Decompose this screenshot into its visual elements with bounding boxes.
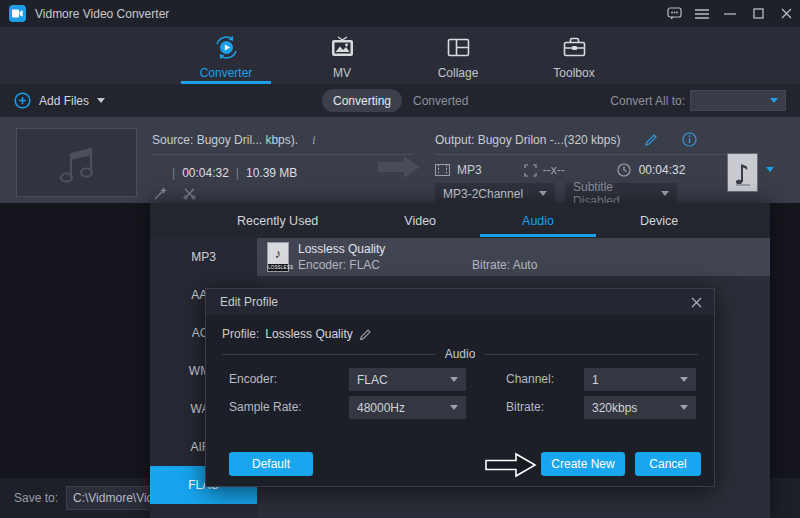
main-nav: Converter MV Collage: [0, 27, 800, 84]
audio-track-value: MP3-2Channel: [443, 187, 523, 201]
feedback-icon[interactable]: [666, 6, 682, 22]
converted-label: Converted: [413, 94, 468, 108]
converting-label: Converting: [333, 94, 391, 108]
audio-track-dropdown[interactable]: MP3-2Channel: [435, 183, 555, 204]
close-icon[interactable]: [778, 6, 794, 22]
format-film-icon: [435, 164, 450, 176]
app-window: Vidmore Video Converter: [0, 0, 800, 518]
convert-all-dropdown[interactable]: [690, 90, 786, 111]
cancel-button[interactable]: Cancel: [635, 452, 701, 476]
divider: [152, 154, 414, 155]
output-format: MP3: [457, 163, 482, 177]
file-row: Source: Bugoy Dril... kbps). i |00:04:32…: [0, 117, 800, 203]
music-note-icon: [51, 137, 103, 189]
output-column: Output: Bugoy Drilon -...(320 kbps) MP3 …: [435, 117, 750, 203]
chevron-down-icon: [680, 405, 688, 410]
add-circle-icon: [14, 92, 31, 109]
convert-all-label: Convert All to:: [610, 84, 685, 117]
sidebar-item-m4a[interactable]: M4A: [150, 504, 257, 518]
lossless-badge-icon: ♪ LOSSLESS: [267, 242, 289, 272]
bitrate-label: Bitrate:: [506, 400, 544, 414]
add-files-button[interactable]: Add Files: [14, 84, 105, 117]
minimize-icon[interactable]: [722, 6, 738, 22]
channel-dropdown[interactable]: 1: [584, 368, 696, 391]
channel-label: Channel:: [506, 372, 554, 386]
profile-picker-caret-icon[interactable]: [766, 167, 774, 172]
tab-video[interactable]: Video: [404, 214, 436, 228]
tab-collage-label: Collage: [438, 66, 479, 80]
source-label: Source: Bugoy Dril... kbps).: [152, 133, 298, 147]
bitrate-dropdown[interactable]: 320kbps: [584, 396, 696, 419]
music-note-icon: [734, 160, 752, 186]
dialog-profile-value: Lossless Quality: [265, 327, 352, 341]
output-duration: 00:04:32: [639, 163, 686, 177]
chevron-down-icon: [770, 98, 778, 103]
tab-converter-label: Converter: [200, 66, 253, 80]
sample-rate-dropdown[interactable]: 48000Hz: [349, 396, 466, 419]
collage-icon: [445, 34, 472, 61]
tab-device[interactable]: Device: [640, 214, 678, 228]
rename-pencil-icon[interactable]: [359, 328, 372, 341]
audio-section-divider: Audio: [222, 347, 698, 361]
tab-converter[interactable]: Converter: [190, 34, 262, 84]
tab-mv-label: MV: [333, 66, 351, 80]
divider: [435, 154, 745, 155]
profile-bitrate: Bitrate: Auto: [472, 258, 537, 272]
tab-mv[interactable]: MV: [306, 34, 378, 84]
subtitle-dropdown[interactable]: Subtitle Disabled: [565, 183, 677, 204]
chevron-down-icon: [450, 377, 458, 382]
tab-collage[interactable]: Collage: [422, 34, 494, 84]
dialog-profile-label: Profile:: [222, 327, 259, 341]
toolbar: Add Files Converting Converted Convert A…: [0, 84, 800, 117]
source-duration: 00:04:32: [182, 166, 229, 180]
mv-icon: [329, 34, 356, 61]
tab-toolbox-label: Toolbox: [553, 66, 594, 80]
chevron-down-icon: [450, 405, 458, 410]
section-title: Audio: [445, 347, 476, 361]
tab-toolbox[interactable]: Toolbox: [538, 34, 610, 84]
converter-icon: [213, 34, 240, 61]
encoder-label: Encoder:: [229, 372, 277, 386]
encoder-dropdown[interactable]: FLAC: [349, 368, 466, 391]
source-meta: |00:04:32|10.39 MB: [172, 166, 297, 180]
tab-audio[interactable]: Audio: [522, 214, 554, 228]
toolbox-icon: [561, 34, 588, 61]
sample-rate-value: 48000Hz: [357, 401, 405, 415]
create-new-button[interactable]: Create New: [541, 452, 625, 476]
menu-icon[interactable]: [694, 6, 710, 22]
dialog-close-icon[interactable]: [688, 294, 704, 310]
app-title: Vidmore Video Converter: [35, 7, 169, 21]
add-files-label: Add Files: [39, 94, 89, 108]
channel-value: 1: [592, 373, 599, 387]
output-thumbnail[interactable]: [727, 153, 758, 192]
source-size: 10.39 MB: [246, 166, 297, 180]
chevron-down-icon: [539, 191, 547, 196]
chevron-down-icon: [661, 191, 669, 196]
tab-recently-used[interactable]: Recently Used: [237, 214, 318, 228]
output-resolution: --x--: [543, 163, 565, 177]
save-to-label: Save to:: [14, 491, 58, 505]
cut-scissors-icon[interactable]: [183, 187, 196, 200]
edit-pencil-icon[interactable]: [644, 133, 658, 147]
edit-wand-icon[interactable]: [154, 187, 167, 200]
annotation-arrow-icon: [485, 451, 537, 479]
profile-panel-tabs: Recently Used Video Audio Device: [150, 203, 770, 238]
source-info-icon[interactable]: i: [312, 132, 316, 148]
profile-title: Lossless Quality: [298, 242, 385, 256]
edit-profile-dialog: Edit Profile Profile: Lossless Quality A…: [205, 288, 715, 487]
output-label: Output: Bugoy Drilon -...(320 kbps): [435, 133, 620, 147]
convert-arrow-icon: [378, 154, 420, 180]
converting-toggle[interactable]: Converting: [322, 89, 402, 112]
info-circle-icon[interactable]: [682, 132, 697, 147]
title-bar: Vidmore Video Converter: [0, 0, 800, 27]
default-button[interactable]: Default: [229, 452, 313, 476]
clock-icon: [617, 163, 631, 177]
source-thumbnail: [16, 128, 137, 197]
maximize-icon[interactable]: [750, 6, 766, 22]
converted-toggle[interactable]: Converted: [413, 84, 468, 117]
sidebar-item-mp3[interactable]: MP3: [150, 238, 257, 276]
resolution-icon: [524, 164, 537, 177]
dialog-header: Edit Profile: [206, 289, 714, 315]
chevron-down-icon: [680, 377, 688, 382]
profile-list-row[interactable]: ♪ LOSSLESS Lossless Quality Encoder: FLA…: [257, 238, 770, 276]
